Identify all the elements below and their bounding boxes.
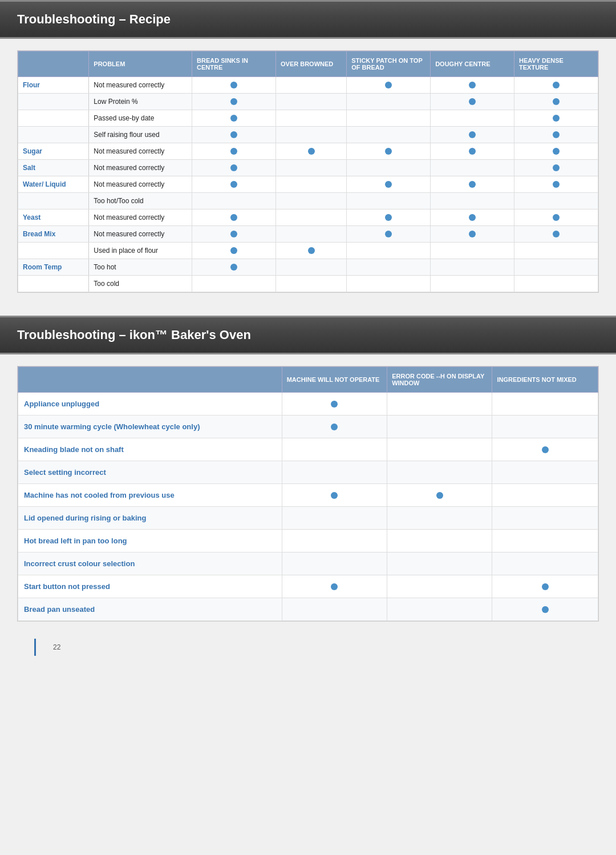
dot-cell: [192, 110, 276, 127]
problem-cell: Not measured correctly: [89, 209, 192, 226]
table-row: Room TempToo hot: [18, 259, 598, 276]
problem-cell: Appliance unplugged: [18, 393, 282, 416]
dot-cell: [387, 438, 492, 461]
category-cell: Bread Mix: [18, 226, 89, 243]
dot-indicator: [385, 82, 392, 88]
dot-cell: [275, 276, 346, 292]
recipe-col-empty: [18, 51, 89, 77]
dot-cell: [192, 209, 276, 226]
dot-indicator: [230, 115, 237, 122]
dot-cell: [347, 209, 431, 226]
dot-cell: [514, 259, 598, 276]
dot-indicator: [553, 115, 560, 122]
dot-cell: [431, 77, 514, 94]
dot-cell: [431, 110, 514, 127]
ikon-col-error: ERROR CODE --H ON DISPLAY WINDOW: [387, 367, 492, 393]
recipe-col-browned: OVER BROWNED: [275, 51, 346, 77]
dot-indicator: [469, 131, 476, 138]
dot-indicator: [385, 214, 392, 221]
recipe-col-problem: PROBLEM: [89, 51, 192, 77]
dot-cell: [514, 276, 598, 292]
dot-cell: [431, 127, 514, 143]
recipe-col-sticky: STICKY PATCH ON TOP OF BREAD: [347, 51, 431, 77]
dot-indicator: [331, 492, 338, 499]
problem-cell: Too cold: [89, 276, 192, 292]
problem-cell: Incorrect crust colour selection: [18, 552, 282, 575]
dot-indicator: [542, 446, 549, 453]
problem-cell: Select setting incorrect: [18, 461, 282, 484]
dot-indicator: [331, 583, 338, 590]
dot-cell: [282, 416, 387, 438]
list-item: Start button not pressed: [18, 575, 598, 598]
category-cell: [18, 127, 89, 143]
dot-indicator: [230, 164, 237, 171]
dot-cell: [492, 438, 598, 461]
dot-cell: [514, 243, 598, 259]
dot-cell: [282, 598, 387, 621]
dot-cell: [431, 209, 514, 226]
dot-indicator: [469, 148, 476, 155]
section2-title: Troubleshooting – ikon™ Baker's Oven: [17, 328, 599, 342]
section1-header: Troubleshooting – Recipe: [0, 0, 616, 39]
dot-cell: [514, 143, 598, 160]
category-cell: Sugar: [18, 143, 89, 160]
dot-indicator: [230, 98, 237, 105]
recipe-col-sinks: BREAD SINKS IN CENTRE: [192, 51, 276, 77]
dot-cell: [347, 127, 431, 143]
table-row: YeastNot measured correctly: [18, 209, 598, 226]
dot-indicator: [469, 98, 476, 105]
dot-cell: [192, 226, 276, 243]
ikon-col-problem: [18, 367, 282, 393]
dot-indicator: [230, 131, 237, 138]
dot-cell: [347, 243, 431, 259]
dot-cell: [492, 416, 598, 438]
list-item: 30 minute warming cycle (Wholewheat cycl…: [18, 416, 598, 438]
dot-indicator: [385, 231, 392, 237]
dot-cell: [514, 110, 598, 127]
dot-cell: [514, 209, 598, 226]
dot-cell: [431, 259, 514, 276]
table-row: Low Protein %: [18, 94, 598, 110]
dot-cell: [431, 176, 514, 193]
category-cell: Flour: [18, 77, 89, 94]
section1-title: Troubleshooting – Recipe: [17, 12, 599, 27]
dot-cell: [347, 276, 431, 292]
problem-cell: Self raising flour used: [89, 127, 192, 143]
dot-cell: [492, 507, 598, 530]
dot-cell: [347, 110, 431, 127]
dot-cell: [387, 552, 492, 575]
table-row: Too hot/Too cold: [18, 193, 598, 209]
problem-cell: Not measured correctly: [89, 176, 192, 193]
dot-cell: [514, 193, 598, 209]
list-item: Bread pan unseated: [18, 598, 598, 621]
dot-cell: [282, 507, 387, 530]
dot-cell: [431, 94, 514, 110]
problem-cell: Bread pan unseated: [18, 598, 282, 621]
dot-cell: [347, 259, 431, 276]
dot-cell: [514, 77, 598, 94]
dot-cell: [282, 461, 387, 484]
problem-cell: Hot bread left in pan too long: [18, 530, 282, 552]
category-cell: Yeast: [18, 209, 89, 226]
recipe-header-row: PROBLEM BREAD SINKS IN CENTRE OVER BROWN…: [18, 51, 598, 77]
dot-indicator: [230, 264, 237, 271]
dot-cell: [192, 143, 276, 160]
dot-cell: [192, 193, 276, 209]
dot-cell: [431, 243, 514, 259]
dot-cell: [492, 461, 598, 484]
category-cell: [18, 276, 89, 292]
problem-cell: Too hot/Too cold: [89, 193, 192, 209]
dot-indicator: [230, 148, 237, 155]
dot-indicator: [553, 181, 560, 188]
dot-indicator: [230, 214, 237, 221]
dot-cell: [275, 160, 346, 176]
recipe-table: PROBLEM BREAD SINKS IN CENTRE OVER BROWN…: [18, 51, 598, 292]
ikon-col-mixed: INGREDIENTS NOT MIXED: [492, 367, 598, 393]
dot-cell: [282, 575, 387, 598]
dot-indicator: [553, 164, 560, 171]
dot-cell: [387, 575, 492, 598]
dot-cell: [347, 143, 431, 160]
problem-cell: Too hot: [89, 259, 192, 276]
list-item: Kneading blade not on shaft: [18, 438, 598, 461]
problem-cell: Not measured correctly: [89, 143, 192, 160]
